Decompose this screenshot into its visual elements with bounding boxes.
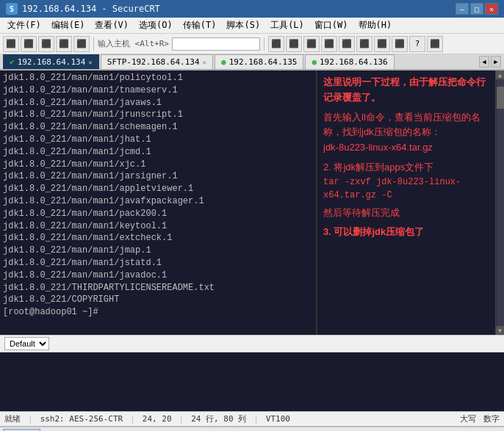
- status-caps: 大写: [460, 413, 476, 424]
- toolbar: ⬛ ⬛ ⬛ ⬛ ⬛ 输入主机 <Alt+R> ⬛ ⬛ ⬛ ⬛ ⬛ ⬛ ⬛ ⬛ ?…: [0, 34, 504, 54]
- menu-options[interactable]: 选项(O): [134, 18, 177, 33]
- app-icon: S: [6, 3, 18, 15]
- terminal-line-7: jdk1.8.0_221/man/man1/xjc.1: [3, 159, 313, 171]
- scroll-thumb[interactable]: [497, 87, 504, 109]
- toolbar-btn-15[interactable]: ⬛: [427, 36, 443, 52]
- status-position: 24, 20: [143, 414, 172, 424]
- status-num: 数字: [483, 413, 500, 424]
- annotation-step2: 2. 将jdk解压到apps文件下: [323, 160, 489, 175]
- session-dropdown[interactable]: Default: [4, 337, 49, 350]
- menu-file[interactable]: 文件(F): [3, 18, 46, 33]
- close-button[interactable]: ✕: [485, 3, 498, 15]
- annotation-intro: 这里说明一下过程，由于解压把命令行记录覆盖了。: [323, 75, 489, 106]
- status-ready: 就绪: [4, 413, 21, 424]
- tab-label-3: 192.168.64.135: [229, 57, 298, 67]
- terminal-bottom[interactable]: [0, 352, 504, 411]
- terminal-line-5: jdk1.8.0_221/man/man1/jhat.1: [3, 134, 313, 146]
- tab-close-1[interactable]: ✕: [88, 59, 92, 66]
- input-host-label: 输入主机 <Alt+R>: [98, 38, 169, 49]
- tab-prev[interactable]: ◀: [479, 56, 489, 68]
- menu-edit[interactable]: 编辑(E): [47, 18, 90, 33]
- menu-help[interactable]: 帮助(H): [354, 18, 397, 33]
- menu-view[interactable]: 查看(V): [90, 18, 133, 33]
- terminal-line-17: jdk1.8.0_221/THIRDPARTYLICENSEREADME.txt: [3, 282, 313, 294]
- menu-bar: 文件(F) 编辑(E) 查看(V) 选项(O) 传输(T) 脚本(S) 工具(L…: [0, 18, 504, 34]
- toolbar-btn-3[interactable]: ⬛: [38, 36, 54, 52]
- title-bar: S 192.168.64.134 - SecureCRT — □ ✕: [0, 0, 504, 18]
- taskbar: S Eam: [0, 426, 504, 431]
- tab-192-168-64-136[interactable]: ● 192.168.64.136: [305, 54, 394, 69]
- terminal-bottom-content: [0, 352, 504, 380]
- tab-check-icon: ✔: [10, 57, 15, 67]
- status-bar: 就绪 | ssh2: AES-256-CTR | 24, 20 | 24 行, …: [0, 411, 504, 426]
- menu-window[interactable]: 窗口(W): [310, 18, 353, 33]
- tab-close-2[interactable]: ✕: [203, 59, 206, 66]
- scroll-track[interactable]: [497, 79, 504, 326]
- maximize-button[interactable]: □: [470, 3, 483, 15]
- terminal-line-14: jdk1.8.0_221/man/man1/jmap.1: [3, 245, 313, 257]
- window-title: 192.168.64.134 - SecureCRT: [22, 4, 160, 14]
- terminal-line-2: jdk1.8.0_221/man/man1/javaws.1: [3, 97, 313, 109]
- tab-192-168-64-134[interactable]: ✔ 192.168.64.134 ✕: [3, 54, 99, 69]
- terminal-line-8: jdk1.8.0_221/man/man1/jarsigner.1: [3, 170, 313, 183]
- toolbar-btn-6[interactable]: ⬛: [268, 36, 284, 52]
- toolbar-btn-13[interactable]: ⬛: [392, 36, 408, 52]
- annotation-step2-cmd: tar -zxvf jdk-8u223-linux-x64.tar.gz -C: [323, 175, 489, 202]
- tab-192-168-64-135[interactable]: ● 192.168.64.135: [215, 54, 303, 69]
- toolbar-sep-1: [93, 37, 94, 51]
- window-controls: — □ ✕: [456, 3, 498, 15]
- annotation-step1: 首先输入ll命令，查看当前压缩包的名称，找到jdk压缩包的名称： jdk-8u2…: [323, 110, 489, 156]
- status-terminal: VT100: [266, 414, 290, 424]
- toolbar-btn-2[interactable]: ⬛: [21, 36, 37, 52]
- menu-script[interactable]: 脚本(S): [222, 18, 264, 33]
- main-area: jdk1.8.0_221/man/man1/policytool.1jdk1.8…: [0, 70, 504, 335]
- terminal-line-9: jdk1.8.0_221/man/man1/appletviewer.1: [3, 183, 313, 195]
- terminal-line-15: jdk1.8.0_221/man/man1/jstatd.1: [3, 257, 313, 269]
- terminal-line-6: jdk1.8.0_221/man/man1/jcmd.1: [3, 146, 313, 159]
- terminal-left[interactable]: jdk1.8.0_221/man/man1/policytool.1jdk1.8…: [0, 70, 316, 335]
- toolbar-btn-5[interactable]: ⬛: [73, 36, 90, 52]
- terminal-line-12: jdk1.8.0_221/man/man1/keytool.1: [3, 220, 313, 233]
- scroll-up-button[interactable]: ▲: [496, 70, 505, 79]
- minimize-button[interactable]: —: [456, 3, 469, 15]
- toolbar-btn-10[interactable]: ⬛: [339, 36, 355, 52]
- tab-bar: ✔ 192.168.64.134 ✕ SFTP-192.168.64.134 ✕…: [0, 54, 504, 70]
- menu-transfer[interactable]: 传输(T): [179, 18, 221, 33]
- toolbar-btn-9[interactable]: ⬛: [321, 36, 337, 52]
- terminal-line-4: jdk1.8.0_221/man/man1/schemagen.1: [3, 121, 313, 134]
- toolbar-btn-7[interactable]: ⬛: [286, 36, 302, 52]
- terminal-line-1: jdk1.8.0_221/man/man1/tnameserv.1: [3, 84, 313, 97]
- terminal-line-18: jdk1.8.0_221/COPYRIGHT: [3, 294, 313, 306]
- terminal-line-3: jdk1.8.0_221/man/man1/jrunscript.1: [3, 109, 313, 121]
- tab-label-4: 192.168.64.136: [320, 57, 388, 67]
- annotation-wait: 然后等待解压完成: [323, 205, 489, 221]
- bottom-dropdown: Default: [0, 335, 504, 352]
- tab-sftp[interactable]: SFTP-192.168.64.134 ✕: [101, 54, 213, 69]
- tab-navigation: ◀ ▶: [479, 56, 501, 69]
- toolbar-btn-14[interactable]: ?: [409, 36, 425, 52]
- toolbar-btn-4[interactable]: ⬛: [56, 36, 72, 52]
- host-input[interactable]: [172, 37, 260, 51]
- menu-tools[interactable]: 工具(L): [266, 18, 309, 33]
- terminal-line-11: jdk1.8.0_221/man/man1/pack200.1: [3, 208, 313, 220]
- tab-label-1: 192.168.64.134: [18, 57, 86, 67]
- toolbar-btn-8[interactable]: ⬛: [303, 36, 320, 52]
- terminal-line-19: [root@hadoop01 ~]#: [3, 306, 313, 319]
- toolbar-btn-1[interactable]: ⬛: [3, 36, 19, 52]
- annotation-step3: 3. 可以删掉jdk压缩包了: [323, 224, 489, 240]
- terminal-line-10: jdk1.8.0_221/man/man1/javafxpackager.1: [3, 195, 313, 208]
- toolbar-sep-2: [264, 37, 264, 51]
- status-lineinfo: 24 行, 80 列: [191, 413, 246, 424]
- toolbar-input-area: 输入主机 <Alt+R>: [98, 37, 260, 51]
- tab-label-2: SFTP-192.168.64.134: [107, 57, 200, 67]
- annotation-step1-value: jdk-8u223-linux-x64.tar.gz: [323, 140, 489, 156]
- scroll-down-button[interactable]: ▼: [496, 326, 505, 335]
- terminal-line-13: jdk1.8.0_221/man/man1/extcheck.1: [3, 232, 313, 245]
- toolbar-btn-12[interactable]: ⬛: [374, 36, 390, 52]
- toolbar-btn-11[interactable]: ⬛: [356, 36, 372, 52]
- terminal-line-0: jdk1.8.0_221/man/man1/policytool.1: [3, 72, 313, 84]
- tab-check-icon-3: ●: [221, 57, 226, 67]
- tab-next[interactable]: ▶: [491, 56, 501, 68]
- terminal-scrollbar[interactable]: ▲ ▼: [495, 70, 504, 335]
- status-encryption: ssh2: AES-256-CTR: [40, 414, 123, 424]
